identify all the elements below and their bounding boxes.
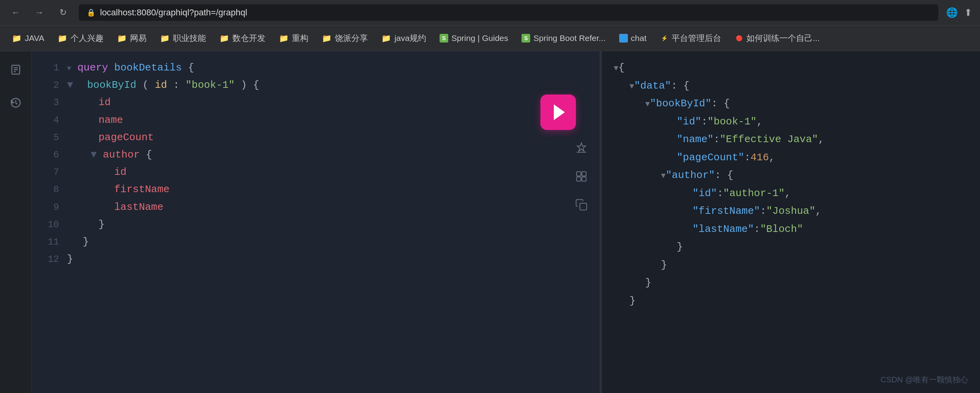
comma: , [757,113,763,131]
comma: , [815,202,822,221]
collapse-arrow[interactable]: ▼ [661,169,666,183]
json-key: "data" [634,77,671,95]
collapse-arrow[interactable]: ▼ [67,65,71,72]
reload-button[interactable]: ↻ [55,5,71,20]
json-line: ▼ { [614,59,968,77]
json-key: "bookById" [650,95,711,113]
bookmark-warehouse[interactable]: 📁 数仓开发 [214,30,271,46]
json-value: "book-1" [707,113,757,131]
docs-button[interactable] [5,59,26,80]
bookmark-train[interactable]: 🔴 如何训练一个自己... [729,30,825,46]
line-content: pageCount [67,129,588,146]
collapse-arrow[interactable]: ▼ [614,61,618,75]
line-number: 8 [43,182,67,198]
json-key: "pageCount" [677,149,744,167]
browser-right-icons: 🌐 ⬆ [946,7,972,18]
bookmark-java[interactable]: 📁 JAVA [6,31,50,45]
bookmark-java-convention[interactable]: 📁 java规约 [376,30,432,46]
merge-button[interactable] [571,166,592,187]
colon: : [744,149,751,167]
bookmark-label: java规约 [394,33,426,44]
brace: : { [711,95,730,113]
json-value: "Joshua" [766,202,815,221]
prettify-button[interactable] [571,138,592,158]
train-favicon: 🔴 [735,34,743,43]
json-line: ▼ "data" : { [614,77,968,95]
watermark: CSDN @唯有一颗慎独心 [880,374,968,385]
chat-favicon: 🌐 [619,34,628,43]
line-number: 2 [43,78,67,94]
json-key: "name" [677,131,714,149]
brace: : { [671,77,690,95]
bookmark-career[interactable]: 📁 职业技能 [154,30,212,46]
history-button[interactable] [5,92,26,113]
bookmark-spring-guides[interactable]: S Spring | Guides [434,31,514,45]
bookmark-chat[interactable]: 🌐 chat [614,31,652,45]
back-button[interactable]: ← [8,5,24,20]
bookmark-label: Spring Boot Refer... [533,33,605,43]
line-content: } [67,216,588,233]
copy-button[interactable] [571,195,592,215]
brace: : { [715,167,733,185]
folder-icon: 📁 [381,33,391,43]
translate-icon[interactable]: 🌐 [946,7,958,18]
share-icon[interactable]: ⬆ [964,7,972,18]
json-line: "id" : "author-1" , [614,185,968,203]
colon: : [701,113,707,131]
brace: } [677,238,683,256]
comma: , [785,185,791,203]
json-key: "id" [677,113,701,131]
field-name: id [114,166,126,178]
collapse-arrow[interactable]: ▼ [645,97,650,111]
browser-toolbar: ← → ↻ 🔒 localhost:8080/graphiql?path=/gr… [0,0,980,26]
line-content: ▼ author { [67,146,588,163]
json-key: "firstName" [692,202,760,221]
brace: } [629,292,636,310]
line-content: id [67,94,588,111]
address-bar[interactable]: 🔒 localhost:8080/graphiql?path=/graphql [79,4,938,21]
run-button[interactable] [540,95,576,130]
bookmark-refactor[interactable]: 📁 重构 [273,30,314,46]
line-content: ▼ query bookDetails { [67,59,588,76]
bookmark-label: chat [631,33,647,43]
bookmark-label: Spring | Guides [451,33,508,43]
code-line-12: 12 } [43,250,588,268]
response-content: ▼ { ▼ "data" : { ▼ "bookById" : { "id" : [602,51,980,393]
punc: : [173,79,186,91]
bookmark-spring-boot-ref[interactable]: S Spring Boot Refer... [516,31,611,45]
bookmark-label: 个人兴趣 [71,33,104,44]
bookmark-platform[interactable]: ⚡ 平台管理后台 [654,30,727,46]
field-name: lastName [114,201,163,213]
forward-button[interactable]: → [32,5,47,20]
line-number: 11 [43,234,67,250]
punc: } [98,219,105,230]
play-icon [554,104,565,120]
bookmark-label: 网易 [130,33,147,44]
field-name: bookById [87,79,136,91]
bookmark-netease[interactable]: 📁 网易 [111,30,152,46]
brace: } [645,274,651,292]
json-key: "author" [666,167,715,185]
code-editor[interactable]: 1 ▼ query bookDetails { 2 ▼ bookById ( i… [32,51,600,393]
bookmark-rao[interactable]: 📁 饶派分享 [316,30,373,46]
line-content: firstName [67,181,588,198]
svg-rect-8 [577,177,581,181]
json-line: } [614,292,968,310]
param-value: "book-1" [186,79,235,91]
collapse-arrow[interactable]: ▼ [629,80,634,93]
json-line: "pageCount" : 416 , [614,149,968,167]
json-line: "lastName" : "Bloch" [614,221,968,239]
line-content: } [67,233,588,250]
folder-icon: 📁 [279,33,289,43]
browser-chrome: ← → ↻ 🔒 localhost:8080/graphiql?path=/gr… [0,0,980,51]
line-number: 1 [43,60,67,76]
editor-toolbar [571,138,592,215]
line-number: 5 [43,130,67,146]
query-name: bookDetails [114,62,182,74]
bookmark-label: JAVA [25,33,44,43]
line-number: 12 [43,252,67,268]
editor-area: 1 ▼ query bookDetails { 2 ▼ bookById ( i… [32,51,600,393]
bookmark-personal[interactable]: 📁 个人兴趣 [52,30,109,46]
json-value: "Bloch" [760,221,803,239]
json-line: "firstName" : "Joshua" , [614,202,968,221]
